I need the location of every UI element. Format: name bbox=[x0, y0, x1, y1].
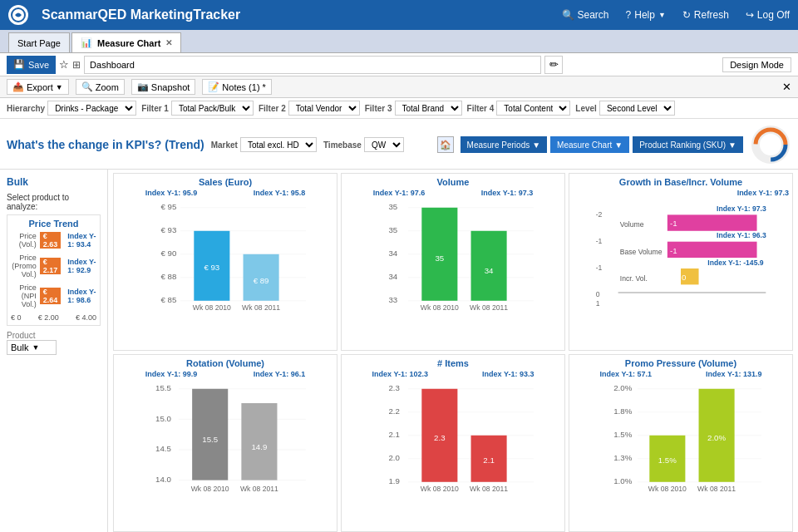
tab-close-icon[interactable]: ✕ bbox=[165, 38, 172, 47]
price-row-1: Price (Vol.) € 2.63 Index Y-1: 93.4 bbox=[11, 232, 96, 249]
rotation-index-1: Index Y-1: 99.9 bbox=[145, 370, 197, 378]
svg-text:Wk 08 2010: Wk 08 2010 bbox=[648, 485, 687, 493]
refresh-button[interactable]: ↻ Refresh bbox=[682, 9, 729, 21]
search-button[interactable]: 🔍 Search bbox=[562, 9, 609, 21]
price-x-axis: € 0€ 2.00€ 4.00 bbox=[11, 313, 96, 322]
save-icon: 💾 bbox=[13, 59, 25, 70]
svg-text:Wk 08 2011: Wk 08 2011 bbox=[242, 303, 280, 312]
promo-index-row: Index Y-1: 57.1 Index Y-1: 131.9 bbox=[573, 370, 789, 378]
svg-text:1.0%: 1.0% bbox=[613, 476, 632, 485]
svg-text:35: 35 bbox=[435, 254, 444, 263]
svg-text:Incr. Vol.: Incr. Vol. bbox=[620, 274, 648, 283]
svg-text:2.3: 2.3 bbox=[388, 383, 399, 392]
svg-text:2.3: 2.3 bbox=[434, 433, 445, 442]
product-col-label: Product bbox=[7, 331, 101, 340]
help-button[interactable]: ? Help ▼ bbox=[626, 9, 666, 21]
rotation-chart: Rotation (Volume) Index Y-1: 99.9 Index … bbox=[113, 354, 337, 532]
volume-index-1: Index Y-1: 97.6 bbox=[373, 189, 425, 197]
export-icon: 📤 bbox=[12, 81, 24, 92]
sales-chart: Sales (Euro) Index Y-1: 95.9 Index Y-1: … bbox=[113, 173, 337, 351]
charts-area: Sales (Euro) Index Y-1: 95.9 Index Y-1: … bbox=[108, 170, 798, 532]
zoom-button[interactable]: 🔍 Zoom bbox=[76, 79, 125, 95]
tab-start-page[interactable]: Start Page bbox=[8, 32, 70, 52]
svg-text:€ 95: € 95 bbox=[160, 202, 176, 211]
dashboard-input[interactable] bbox=[84, 56, 541, 74]
svg-text:0: 0 bbox=[596, 290, 600, 298]
svg-text:15.0: 15.0 bbox=[155, 414, 171, 423]
svg-text:€ 89: € 89 bbox=[254, 276, 269, 285]
snapshot-button[interactable]: 📷 Snapshot bbox=[131, 79, 195, 95]
help-icon: ? bbox=[626, 9, 632, 21]
left-panel: Bulk Select product to analyze: Price Tr… bbox=[0, 170, 108, 532]
price-index-1: Index Y-1: 93.4 bbox=[67, 232, 96, 249]
price-bar-3: € 2.64 bbox=[40, 288, 62, 304]
edit-button[interactable]: ✏ bbox=[544, 56, 563, 74]
tab-bar: Start Page 📊 Measure Chart ✕ bbox=[0, 30, 798, 53]
header-nav: 🔍 Search ? Help ▼ ↻ Refresh ↪ Log Off bbox=[562, 9, 791, 21]
filter-market: Market Total excl. HD bbox=[211, 137, 317, 152]
svg-text:14.9: 14.9 bbox=[251, 442, 267, 451]
filter1-select[interactable]: Total Pack/Bulk bbox=[171, 101, 254, 116]
svg-text:34: 34 bbox=[485, 266, 494, 275]
price-index-3: Index Y-1: 98.6 bbox=[67, 288, 96, 304]
tab-measure-chart[interactable]: 📊 Measure Chart ✕ bbox=[71, 32, 181, 52]
filter3-select[interactable]: Total Brand bbox=[395, 101, 462, 116]
svg-text:Base Volume: Base Volume bbox=[620, 248, 663, 256]
page-title: What's the change in KPI's? (Trend) bbox=[7, 138, 204, 151]
sales-index-2: Index Y-1: 95.8 bbox=[254, 189, 305, 197]
svg-rect-47 bbox=[667, 242, 757, 258]
growth-index-1: Index Y-1: 97.3 bbox=[573, 189, 789, 197]
measure-chart-button[interactable]: Measure Chart ▼ bbox=[550, 136, 629, 153]
filter2-select[interactable]: Total Vendor bbox=[288, 101, 360, 116]
svg-text:Index Y-1: 97.3: Index Y-1: 97.3 bbox=[717, 204, 766, 213]
promo-chart: Promo Pressure (Volume) Index Y-1: 57.1 … bbox=[569, 354, 793, 532]
market-select[interactable]: Total excl. HD bbox=[240, 137, 317, 152]
main-content: Bulk Select product to analyze: Price Tr… bbox=[0, 170, 798, 532]
filter4-select[interactable]: Total Content bbox=[496, 101, 570, 116]
volume-title: Volume bbox=[345, 177, 561, 187]
notes-icon: 📝 bbox=[208, 81, 219, 92]
product-ranking-button[interactable]: Product Ranking (SKU) ▼ bbox=[633, 136, 743, 153]
promo-index-1: Index Y-1: 57.1 bbox=[600, 370, 652, 378]
product-dropdown[interactable]: Bulk ▼ bbox=[7, 340, 57, 355]
items-index-1: Index Y-1: 102.3 bbox=[372, 370, 428, 378]
svg-text:Index Y-1: 96.3: Index Y-1: 96.3 bbox=[717, 231, 766, 239]
price-row-2: Price (Promo Vol.) € 2.17 Index Y-1: 92.… bbox=[11, 254, 96, 278]
timebase-select[interactable]: QW bbox=[364, 137, 404, 152]
price-bar-1: € 2.63 bbox=[40, 232, 62, 249]
save-button[interactable]: 💾 Save bbox=[7, 56, 56, 74]
bookmark-icon[interactable]: ☆ bbox=[59, 58, 69, 71]
svg-text:€ 90: € 90 bbox=[160, 249, 176, 258]
svg-text:2.0: 2.0 bbox=[388, 453, 400, 462]
notes-button[interactable]: 📝 Notes (1) * bbox=[202, 79, 272, 95]
svg-text:1.3%: 1.3% bbox=[613, 453, 632, 462]
svg-text:34: 34 bbox=[388, 249, 397, 258]
svg-text:2.1: 2.1 bbox=[388, 430, 399, 439]
level-select[interactable]: Second Level bbox=[599, 101, 675, 116]
items-index-2: Index Y-1: 93.3 bbox=[482, 370, 534, 378]
svg-text:Volume: Volume bbox=[620, 220, 644, 229]
home-button[interactable]: 🏠 bbox=[437, 136, 454, 153]
items-svg: 2.3 2.2 2.1 2.0 1.9 2.3 2.1 Wk 08 2010 W… bbox=[345, 380, 561, 496]
price-label-1: Price (Vol.) bbox=[11, 232, 37, 249]
sales-index-row: Index Y-1: 95.9 Index Y-1: 95.8 bbox=[117, 189, 333, 197]
logoff-button[interactable]: ↪ Log Off bbox=[746, 9, 790, 21]
analyze-label: Select product to analyze: bbox=[7, 193, 101, 211]
svg-text:Index Y-1: -145.9: Index Y-1: -145.9 bbox=[707, 259, 764, 267]
svg-text:1: 1 bbox=[596, 299, 600, 308]
rotation-index-row: Index Y-1: 99.9 Index Y-1: 96.1 bbox=[117, 370, 333, 378]
export-button[interactable]: 📤 Export ▼ bbox=[7, 79, 69, 95]
svg-text:Wk 08 2011: Wk 08 2011 bbox=[240, 485, 278, 493]
close-button[interactable]: ✕ bbox=[782, 81, 791, 93]
svg-text:34: 34 bbox=[388, 272, 397, 281]
measure-periods-button[interactable]: Measure Periods ▼ bbox=[461, 136, 548, 153]
filters-bar: Hierarchy Drinks - Package Filter 1 Tota… bbox=[0, 98, 798, 119]
promo-svg: 2.0% 1.8% 1.5% 1.3% 1.0% 1.5% 2.0% Wk 08… bbox=[573, 380, 789, 496]
svg-text:1.5%: 1.5% bbox=[658, 456, 677, 465]
chevron-down-icon: ▼ bbox=[614, 140, 623, 150]
design-mode-button[interactable]: Design Mode bbox=[722, 57, 791, 72]
hierarchy-select[interactable]: Drinks - Package bbox=[47, 101, 136, 116]
svg-text:2.2: 2.2 bbox=[388, 406, 399, 416]
price-trend-panel: Price Trend Price (Vol.) € 2.63 Index Y-… bbox=[7, 214, 101, 326]
price-row-3: Price (NPI Vol.) € 2.64 Index Y-1: 98.6 bbox=[11, 283, 96, 308]
